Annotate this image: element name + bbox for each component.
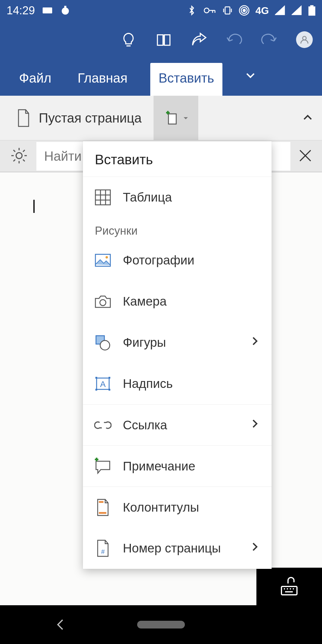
svg-point-21 [100,300,106,306]
header-footer-icon [94,499,112,516]
svg-point-23 [100,340,110,350]
tab-home[interactable]: Главная [74,63,131,96]
new-page-icon [163,110,180,126]
svg-rect-3 [47,9,49,10]
app-header [0,21,322,58]
chevron-right-icon [249,335,261,347]
insert-page-number-label: Номер страницы [123,541,221,555]
keyboard-icon [42,5,53,16]
svg-rect-2 [46,9,47,10]
svg-rect-31 [99,512,106,514]
close-find-button[interactable] [290,147,314,165]
comment-icon [94,458,112,475]
svg-point-6 [62,7,69,15]
svg-rect-13 [309,7,315,15]
ribbon-row: Пустая страница [0,96,322,140]
ribbon-tabs: Файл Главная Вставить [0,58,322,96]
svg-rect-5 [45,11,50,12]
keyboard-lock-icon [279,576,299,597]
svg-rect-28 [109,389,110,391]
insert-camera-label: Камера [123,294,167,309]
svg-rect-25 [95,377,97,379]
svg-text:A: A [100,380,106,389]
insert-table-item[interactable]: Таблица [83,177,272,218]
insert-comment-label: Примечание [123,459,195,473]
svg-rect-27 [95,389,97,391]
svg-point-16 [16,153,22,159]
share-icon [191,31,207,48]
status-bar: 14:29 4G [0,0,322,21]
vibrate-icon [222,5,233,16]
textbox-icon: A [94,375,112,392]
avatar-icon [296,31,313,48]
insert-header-footer-label: Колонтитулы [123,500,199,515]
back-button[interactable] [54,618,67,631]
insert-link-item[interactable]: Ссылка [83,404,272,445]
signal-icon-2 [292,5,302,16]
insert-textbox-label: Надпись [123,377,173,391]
close-icon [297,147,314,164]
app-notification-icon [60,5,71,16]
collapse-ribbon-button[interactable] [302,112,314,125]
insert-page-split-button[interactable] [154,96,198,140]
svg-text:#: # [101,548,105,555]
insert-table-label: Таблица [123,190,172,205]
shapes-icon [94,334,112,351]
hotspot-icon [239,5,250,16]
insert-comment-item[interactable]: Примечание [83,445,272,487]
svg-rect-4 [49,9,50,10]
svg-point-8 [204,8,209,13]
svg-point-20 [106,256,108,258]
bulb-icon [120,31,137,48]
chevron-up-icon [302,112,314,123]
camera-icon [94,293,112,310]
chevron-right-icon [249,418,261,430]
find-options-button[interactable] [10,147,28,166]
dropdown-title: Вставить [83,141,272,177]
svg-rect-1 [44,9,45,10]
account-button[interactable] [295,30,314,49]
svg-rect-30 [99,501,103,503]
page-icon [17,109,30,127]
keyboard-toggle-button[interactable] [256,568,322,605]
status-network-label: 4G [256,5,269,16]
insert-link-label: Ссылка [123,418,167,432]
insert-shapes-item[interactable]: Фигуры [83,322,272,363]
insert-header-footer-item[interactable]: Колонтитулы [83,487,272,528]
blank-page-label: Пустая страница [39,111,142,126]
insert-shapes-label: Фигуры [123,335,166,350]
link-icon [94,417,112,434]
book-icon [155,31,172,48]
svg-point-10 [243,9,245,12]
page-number-icon: # [94,540,112,557]
pictures-section-label: Рисунки [83,218,272,240]
dropdown-caret-icon [183,115,189,121]
tabs-overflow-button[interactable] [244,69,256,96]
undo-button[interactable] [224,30,244,49]
svg-rect-26 [109,377,110,379]
home-gesture-pill[interactable] [137,621,185,628]
text-cursor [33,200,35,213]
bluetooth-icon [186,5,197,16]
gear-icon [10,147,28,165]
read-mode-button[interactable] [154,30,174,49]
insert-photos-label: Фотографии [123,253,194,267]
insert-page-number-item[interactable]: # Номер страницы [83,528,272,569]
insert-camera-item[interactable]: Камера [83,281,272,322]
redo-button[interactable] [259,30,279,49]
ideas-button[interactable] [119,30,138,49]
insert-textbox-item[interactable]: A Надпись [83,363,272,404]
svg-point-15 [303,36,306,40]
chevron-right-icon [249,541,261,553]
tab-file[interactable]: Файл [16,63,55,96]
tab-insert[interactable]: Вставить [150,63,223,96]
svg-rect-14 [311,6,313,7]
share-button[interactable] [189,30,209,49]
svg-rect-17 [281,586,297,595]
signal-icon [275,5,286,16]
insert-dropdown: Вставить Таблица Рисунки Фотографии Каме… [83,141,272,569]
status-clock: 14:29 [7,4,35,17]
blank-page-button[interactable]: Пустая страница [17,109,142,127]
insert-photos-item[interactable]: Фотографии [83,240,272,281]
undo-icon [226,31,242,48]
